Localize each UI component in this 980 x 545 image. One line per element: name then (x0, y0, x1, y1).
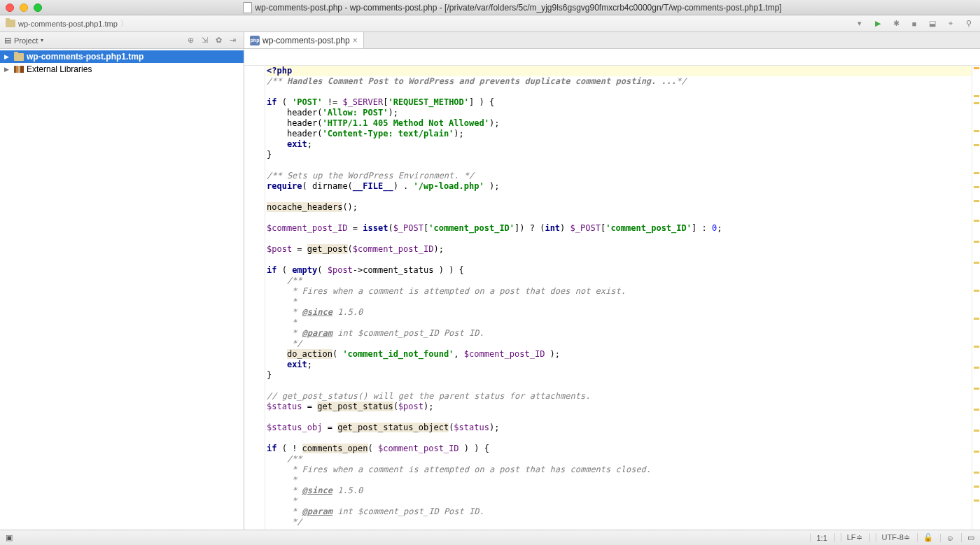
project-label: Project (14, 36, 38, 45)
tree-item-root[interactable]: ▶ wp-comments-post.php1.tmp (0, 50, 244, 63)
scroll-from-source-icon[interactable]: ⊕ (188, 36, 197, 45)
expand-arrow-icon[interactable]: ▶ (4, 66, 11, 73)
breadcrumb[interactable]: wp-comments-post.php1.tmp 〉 (6, 18, 128, 29)
close-icon[interactable] (6, 3, 14, 12)
window-title: wp-comments-post.php - wp-comments-post.… (50, 2, 974, 13)
zoom-icon[interactable] (34, 3, 42, 12)
profile-icon[interactable]: ⌖ (945, 18, 956, 29)
library-icon (14, 66, 24, 73)
titlebar: wp-comments-post.php - wp-comments-post.… (0, 0, 980, 15)
tree-item-libraries[interactable]: ▶ External Libraries (0, 63, 244, 76)
project-sidebar: ▤ Project ▾ ⊕ ⇲ ✿ ⇥ ▶ wp-comments-post.p… (0, 32, 244, 530)
code-content[interactable]: <?php/** Handles Comment Post to WordPre… (265, 66, 972, 530)
marker-bar[interactable] (972, 66, 980, 530)
project-icon: ▤ (4, 36, 11, 45)
tree-item-label: wp-comments-post.php1.tmp (27, 52, 144, 62)
editor-toolbar-gap (244, 49, 980, 66)
folder-icon (6, 20, 15, 27)
run-icon[interactable]: ▶ (872, 18, 883, 29)
chevron-down-icon[interactable]: ▾ (41, 37, 43, 43)
php-icon: php (250, 36, 260, 45)
tree-item-label: External Libraries (27, 64, 92, 74)
project-tree[interactable]: ▶ wp-comments-post.php1.tmp ▶ External L… (0, 49, 244, 77)
search-icon[interactable]: ⚲ (963, 18, 974, 29)
coverage-icon[interactable]: ⬓ (927, 18, 938, 29)
dropdown-icon[interactable]: ▾ (854, 18, 865, 29)
tab-label: wp-comments-post.php (262, 36, 350, 45)
debug-icon[interactable]: ✱ (890, 18, 902, 29)
toolbar: ▾ ▶ ✱ ■ ⬓ ⌖ ⚲ (854, 18, 974, 29)
encoding[interactable]: UTF-8≑ (869, 533, 910, 542)
folder-icon (14, 53, 24, 61)
gear-icon[interactable]: ✿ (216, 36, 225, 45)
status-left[interactable]: ▣ (6, 533, 13, 542)
editor-tabs: php wp-comments-post.php × (244, 32, 980, 49)
expand-arrow-icon[interactable]: ▶ (4, 53, 11, 60)
file-icon (243, 2, 252, 13)
editor: php wp-comments-post.php × <?php/** Hand… (244, 32, 980, 530)
minimize-icon[interactable] (20, 3, 28, 12)
code-editor[interactable]: <?php/** Handles Comment Post to WordPre… (244, 66, 980, 530)
hide-icon[interactable]: ⇥ (230, 36, 239, 45)
project-header: ▤ Project ▾ ⊕ ⇲ ✿ ⇥ (0, 32, 244, 49)
collapse-icon[interactable]: ⇲ (202, 36, 211, 45)
notifications-icon[interactable]: ▭ (961, 533, 974, 542)
cursor-position[interactable]: 1:1 (810, 534, 827, 542)
chevron-right-icon: 〉 (120, 18, 128, 29)
window-controls (6, 3, 42, 12)
tool-window-icon[interactable]: ▣ (6, 533, 13, 542)
stop-icon[interactable]: ■ (909, 18, 920, 29)
inspector-icon[interactable]: ☺ (940, 534, 954, 542)
window-title-text: wp-comments-post.php - wp-comments-post.… (255, 3, 781, 13)
status-bar: ▣ 1:1 LF≑ UTF-8≑ 🔓 ☺ ▭ (0, 530, 980, 545)
line-separator[interactable]: LF≑ (834, 533, 862, 542)
navigation-bar: wp-comments-post.php1.tmp 〉 ▾ ▶ ✱ ■ ⬓ ⌖ … (0, 15, 980, 32)
tab-file[interactable]: php wp-comments-post.php × (244, 32, 364, 48)
close-tab-icon[interactable]: × (353, 36, 358, 45)
breadcrumb-item: wp-comments-post.php1.tmp (18, 20, 118, 28)
gutter[interactable] (244, 66, 265, 530)
lock-icon[interactable]: 🔓 (917, 533, 933, 542)
